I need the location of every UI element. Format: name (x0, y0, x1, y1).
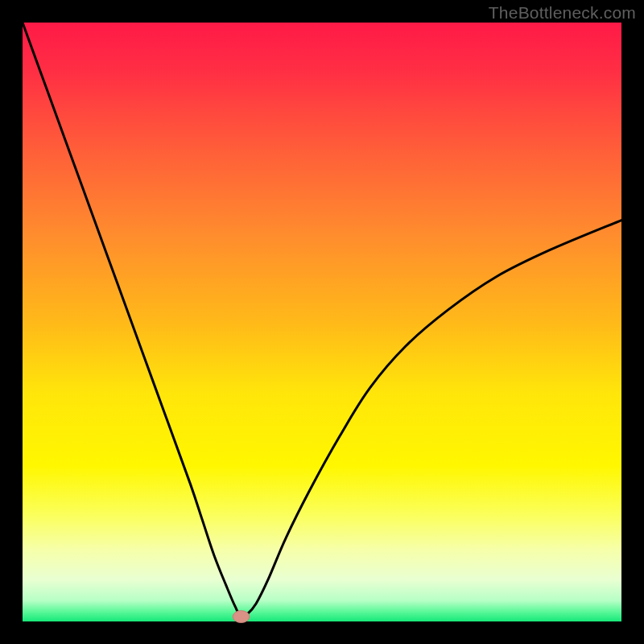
optimum-marker (233, 611, 250, 623)
bottleneck-chart (0, 0, 644, 644)
watermark-text: TheBottleneck.com (489, 3, 636, 23)
chart-frame: { "watermark": "TheBottleneck.com", "col… (0, 0, 644, 644)
plot-background (23, 23, 621, 621)
